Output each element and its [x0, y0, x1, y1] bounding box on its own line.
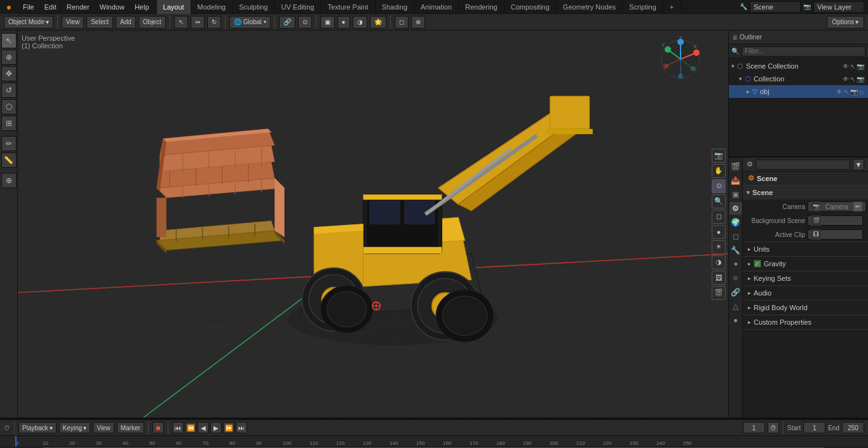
vp-tool-camera[interactable]: 📷	[712, 149, 726, 163]
step-fwd-btn[interactable]: ⏩	[223, 422, 234, 433]
outliner-search-input[interactable]	[742, 46, 865, 57]
tab-add[interactable]: +	[663, 0, 681, 14]
view-icon[interactable]: 👁	[843, 63, 849, 70]
tab-texture-paint[interactable]: Texture Paint	[321, 0, 375, 14]
transform-icon-2[interactable]: ⇔	[191, 16, 205, 29]
scene-name-input[interactable]	[750, 1, 801, 13]
shading-render[interactable]: 🌟	[370, 16, 386, 29]
prev-keyframe-btn[interactable]: ⏪	[185, 422, 196, 433]
props-tab-particles[interactable]: ✦	[729, 258, 742, 271]
tab-layout[interactable]: Layout	[157, 0, 191, 14]
overlay-icon[interactable]: ◻	[395, 16, 409, 29]
tool-move[interactable]: ✥	[1, 66, 17, 81]
gravity-checkbox[interactable]: ✓	[754, 260, 761, 268]
tab-scripting[interactable]: Scripting	[623, 0, 663, 14]
vp-tool-hand[interactable]: ✋	[712, 164, 726, 178]
custom-props-header[interactable]: ▸ Custom Properties	[743, 315, 868, 329]
props-tab-output[interactable]: 📤	[729, 174, 742, 187]
playback-fps-icon[interactable]: ⏱	[768, 422, 779, 433]
units-header[interactable]: ▸ Units	[743, 242, 868, 256]
snap-icon[interactable]: 🔗	[279, 16, 295, 29]
props-tab-object[interactable]: ◻	[729, 230, 742, 243]
playback-btn[interactable]: Playback ▾	[18, 422, 57, 433]
transform-orientation-dropdown[interactable]: 🌐 Global ▾	[229, 16, 271, 29]
tab-compositing[interactable]: Compositing	[505, 0, 557, 14]
play-btn[interactable]: ▶	[210, 422, 222, 433]
menu-file[interactable]: File	[18, 0, 39, 14]
outliner-item-collection[interactable]: ▾ ⬡ Collection 👁 ↖ 📷	[729, 72, 868, 85]
camera-edit-btn[interactable]: ✏	[853, 201, 863, 212]
coll-view-icon[interactable]: 👁	[843, 76, 849, 83]
select-icon[interactable]: ↖	[850, 63, 855, 70]
start-frame-input[interactable]	[803, 422, 825, 433]
gravity-header[interactable]: ▸ ✓ Gravity	[743, 257, 868, 271]
timeline-ruler[interactable]: 0 10 20 30 40 50 60	[0, 435, 868, 448]
current-frame-input[interactable]	[743, 422, 765, 433]
view-layer-input[interactable]	[813, 1, 864, 13]
end-frame-input[interactable]	[842, 422, 864, 433]
tool-cursor[interactable]: ⊕	[1, 50, 17, 65]
object-menu[interactable]: Object	[139, 16, 166, 29]
jump-start-btn[interactable]: ⏮	[172, 422, 184, 433]
tab-geometry-nodes[interactable]: Geometry Nodes	[557, 0, 623, 14]
obj-view-icon[interactable]: 👁	[836, 88, 843, 95]
object-mode-dropdown[interactable]: Object Mode ▾	[4, 16, 53, 29]
camera-field[interactable]: Camera	[824, 203, 850, 210]
keying-btn[interactable]: Keying ▾	[59, 422, 91, 433]
transform-icon-3[interactable]: ↻	[207, 16, 221, 29]
tab-rendering[interactable]: Rendering	[459, 0, 505, 14]
tab-uv-editing[interactable]: UV Editing	[275, 0, 321, 14]
timeline-icon[interactable]: ⏱	[4, 424, 10, 431]
tab-shading[interactable]: Shading	[376, 0, 414, 14]
scene-section-header[interactable]: ▾ Scene	[743, 186, 868, 200]
gizmo-icon[interactable]: ⊕	[411, 16, 425, 29]
menu-window[interactable]: Window	[95, 0, 130, 14]
camera-icon-btn[interactable]: 📷	[811, 201, 821, 212]
tab-animation[interactable]: Animation	[414, 0, 459, 14]
select-menu[interactable]: Select	[86, 16, 113, 29]
obj-render-icon[interactable]: 📷	[850, 88, 858, 95]
rigid-body-header[interactable]: ▸ Rigid Body World	[743, 301, 868, 315]
tab-sculpting[interactable]: Sculpting	[233, 0, 275, 14]
tool-annotate[interactable]: ✏	[1, 136, 17, 151]
tool-transform[interactable]: ⊞	[1, 116, 17, 131]
menu-render[interactable]: Render	[62, 0, 95, 14]
next-keyframe-btn[interactable]: ⏭	[236, 422, 247, 433]
options-button[interactable]: Options ▾	[827, 16, 864, 29]
vp-tool-material[interactable]: ◑	[712, 255, 726, 269]
render-icon[interactable]: 📷	[857, 63, 864, 70]
vp-tool-persp[interactable]: ◻	[712, 210, 726, 224]
outliner-item-obj[interactable]: ▸ ▽ obj 👁 ↖ 📷 ◇	[729, 85, 868, 98]
vp-tool-zoom[interactable]: 🔍	[712, 194, 726, 208]
tool-scale[interactable]: ⬡	[1, 99, 17, 114]
vp-tool-solid[interactable]: ●	[712, 225, 726, 239]
props-tab-scene[interactable]: ⚙	[729, 202, 742, 215]
viewport-gizmo[interactable]: X Y Z	[658, 37, 703, 81]
props-tab-material[interactable]: ●	[729, 314, 742, 327]
coll-select-icon[interactable]: ↖	[850, 76, 855, 83]
shading-material[interactable]: ◑	[353, 16, 367, 29]
vp-tool-orbit[interactable]: ⊙	[712, 179, 726, 193]
record-btn[interactable]: ⏺	[153, 422, 164, 433]
coll-render-icon[interactable]: 📷	[857, 76, 864, 83]
obj-select-icon[interactable]: ↖	[844, 88, 849, 95]
outliner-item-scene-collection[interactable]: ▾ ⬡ Scene Collection 👁 ↖ 📷	[729, 60, 868, 72]
props-filter-btn[interactable]: ▼	[853, 159, 864, 170]
bg-scene-icon-btn[interactable]: 🎬	[811, 215, 821, 226]
tool-add[interactable]: ⊕	[1, 173, 17, 188]
transform-icon-1[interactable]: ↖	[174, 16, 188, 29]
shading-wireframe[interactable]: ▣	[320, 16, 335, 29]
props-tab-render[interactable]: 🎬	[729, 160, 742, 173]
view-menu[interactable]: View	[62, 16, 85, 29]
marker-btn[interactable]: Marker	[117, 422, 144, 433]
viewport-canvas[interactable]: User Perspective (1) Collection X Y	[18, 31, 728, 417]
props-search-input[interactable]	[756, 160, 850, 170]
tl-view-btn[interactable]: View	[93, 422, 114, 433]
keying-sets-header[interactable]: ▸ Keying Sets	[743, 271, 868, 285]
tab-modeling[interactable]: Modeling	[191, 0, 233, 14]
props-tab-data[interactable]: △	[729, 300, 742, 313]
props-tab-physics[interactable]: ⚛	[729, 272, 742, 285]
menu-help[interactable]: Help	[130, 0, 154, 14]
obj-extra-icon[interactable]: ◇	[859, 88, 864, 95]
step-back-btn[interactable]: ◀	[198, 422, 209, 433]
